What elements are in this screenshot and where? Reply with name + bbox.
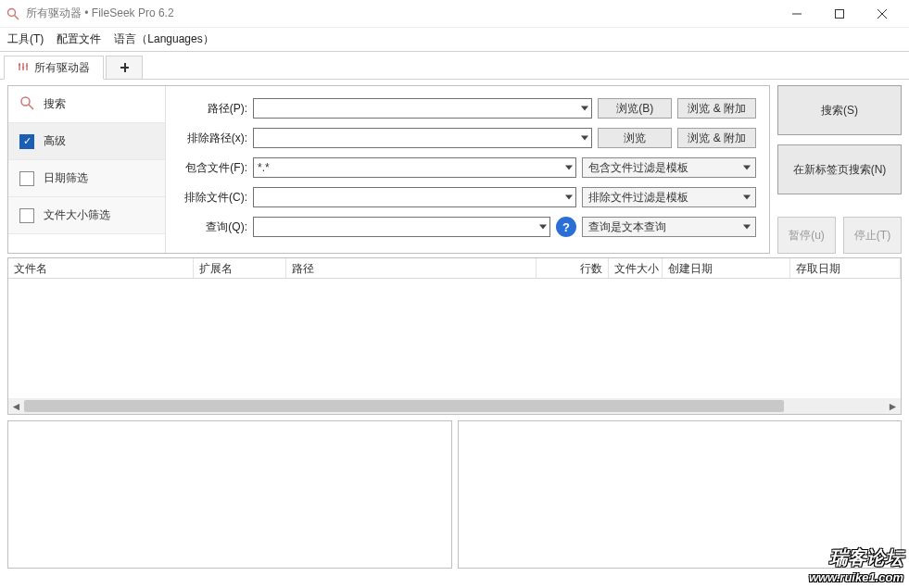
sidebar-size-label: 文件大小筛选 — [44, 207, 110, 223]
minimize-button[interactable] — [776, 0, 818, 28]
sidebar-list: 搜索 高级 日期筛选 文件大小筛选 — [8, 86, 166, 253]
tab-add[interactable] — [106, 56, 143, 80]
titlebar: 所有驱动器 • FileSeek Pro 6.2 — [0, 0, 909, 28]
col-filename[interactable]: 文件名 — [8, 258, 194, 278]
scroll-thumb[interactable] — [24, 400, 784, 412]
pause-button[interactable]: 暂停(u) — [777, 217, 836, 254]
search-new-tab-button[interactable]: 在新标签页搜索(N) — [777, 144, 902, 194]
svg-point-9 — [19, 63, 20, 65]
exclude-file-input[interactable] — [253, 187, 576, 207]
exclude-path-input[interactable] — [253, 128, 592, 148]
col-created[interactable]: 创建日期 — [663, 258, 790, 278]
maximize-button[interactable] — [818, 0, 861, 28]
svg-line-15 — [29, 105, 33, 109]
sidebar-item-search[interactable]: 搜索 — [8, 86, 165, 123]
browse-append-path-button[interactable]: 浏览 & 附加 — [677, 98, 756, 119]
search-content: 搜索 高级 日期筛选 文件大小筛选 路径(P): 浏览(B) 浏览 & 附加 — [0, 80, 909, 257]
search-panel: 搜索 高级 日期筛选 文件大小筛选 路径(P): 浏览(B) 浏览 & 附加 — [7, 85, 770, 254]
checkbox-date[interactable] — [19, 171, 34, 186]
browse-path-button[interactable]: 浏览(B) — [598, 98, 672, 119]
path-label: 路径(P): — [175, 101, 247, 117]
results-table: 文件名 扩展名 路径 行数 文件大小 创建日期 存取日期 ◄ ► — [7, 257, 902, 415]
tab-label: 所有驱动器 — [34, 60, 90, 76]
svg-point-11 — [26, 64, 28, 66]
exclude-file-label: 排除文件(C): — [175, 190, 247, 206]
menubar: 工具(T) 配置文件 语言（Languages） — [0, 28, 909, 52]
bottom-panes — [7, 420, 902, 569]
browse-append-exclude-button[interactable]: 浏览 & 附加 — [677, 128, 756, 148]
scroll-track[interactable] — [24, 398, 885, 414]
query-type-dropdown[interactable]: 查询是文本查询 — [582, 217, 756, 237]
preview-left-pane — [7, 420, 452, 569]
col-path[interactable]: 路径 — [286, 258, 537, 278]
sidebar-search-label: 搜索 — [44, 96, 66, 112]
svg-rect-3 — [836, 9, 844, 18]
col-ext[interactable]: 扩展名 — [194, 258, 286, 278]
sidebar-item-date-filter[interactable]: 日期筛选 — [8, 160, 165, 197]
include-filter-dropdown[interactable]: 包含文件过滤是模板 — [582, 157, 756, 178]
horizontal-scrollbar[interactable]: ◄ ► — [8, 398, 901, 414]
svg-point-10 — [22, 66, 24, 68]
tab-settings-icon — [18, 61, 29, 75]
svg-line-5 — [877, 9, 887, 19]
app-icon — [6, 6, 20, 21]
stop-button[interactable]: 停止(T) — [843, 217, 902, 254]
window-controls — [776, 0, 903, 28]
watermark: 瑞客论坛 www.ruike1.com — [809, 545, 903, 584]
menu-profiles[interactable]: 配置文件 — [57, 31, 101, 47]
table-body — [8, 279, 901, 398]
search-button[interactable]: 搜索(S) — [777, 85, 902, 135]
col-size[interactable]: 文件大小 — [609, 258, 663, 278]
scroll-right-button[interactable]: ► — [885, 398, 901, 414]
window-title: 所有驱动器 • FileSeek Pro 6.2 — [26, 6, 174, 21]
svg-line-1 — [15, 15, 19, 19]
include-file-value: *.* — [258, 161, 270, 174]
exclude-filter-dropdown[interactable]: 排除文件过滤是模板 — [582, 187, 756, 207]
sidebar-advanced-label: 高级 — [44, 133, 66, 149]
query-input[interactable] — [253, 217, 550, 237]
sidebar-date-label: 日期筛选 — [44, 170, 88, 186]
scroll-left-button[interactable]: ◄ — [8, 398, 24, 414]
watermark-text: 瑞客论坛 — [809, 545, 903, 570]
menu-tools[interactable]: 工具(T) — [7, 31, 44, 47]
col-lines[interactable]: 行数 — [537, 258, 609, 278]
svg-line-4 — [877, 9, 887, 19]
table-header: 文件名 扩展名 路径 行数 文件大小 创建日期 存取日期 — [8, 258, 901, 279]
tab-all-drives[interactable]: 所有驱动器 — [4, 56, 104, 80]
tabbar: 所有驱动器 — [0, 52, 909, 80]
help-icon[interactable]: ? — [556, 217, 576, 237]
path-input[interactable] — [253, 98, 592, 119]
search-icon — [19, 95, 34, 113]
svg-point-0 — [8, 8, 16, 16]
include-file-input[interactable]: *.* — [253, 157, 576, 178]
query-label: 查询(Q): — [175, 219, 247, 235]
sidebar-item-advanced[interactable]: 高级 — [8, 123, 165, 160]
svg-point-14 — [21, 97, 30, 106]
sidebar-item-size-filter[interactable]: 文件大小筛选 — [8, 197, 165, 234]
form-area: 路径(P): 浏览(B) 浏览 & 附加 排除路径(x): 浏览 浏览 & 附加… — [166, 86, 769, 253]
col-accessed[interactable]: 存取日期 — [790, 258, 901, 278]
include-file-label: 包含文件(F): — [175, 160, 247, 176]
exclude-path-label: 排除路径(x): — [175, 131, 247, 146]
browse-exclude-button[interactable]: 浏览 — [598, 128, 672, 148]
menu-language[interactable]: 语言（Languages） — [114, 31, 213, 47]
action-buttons: 搜索(S) 在新标签页搜索(N) 暂停(u) 停止(T) — [777, 85, 902, 254]
checkbox-advanced[interactable] — [19, 134, 34, 149]
checkbox-size[interactable] — [19, 208, 34, 223]
watermark-url: www.ruike1.com — [809, 570, 903, 584]
close-button[interactable] — [861, 0, 903, 28]
